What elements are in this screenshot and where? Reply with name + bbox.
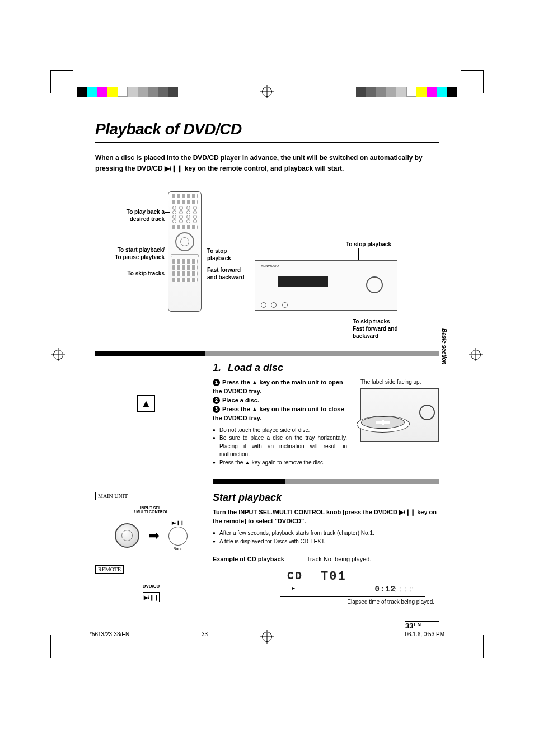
track-no-caption: Track No. being played.	[307, 556, 372, 562]
step-badge-3: 3	[213, 406, 220, 413]
side-tab: Basic section	[441, 328, 447, 364]
dvdcd-button-icon: ▶/❙❙	[143, 592, 160, 602]
input-sel-knob-icon	[115, 523, 139, 548]
sec1-step1: 1Press the ▲ key on the main unit to ope…	[213, 378, 347, 396]
page-title: Playback of DVD/CD	[95, 120, 439, 138]
sec1-num: 1.	[213, 362, 221, 374]
sec2-left-column: MAIN UNIT INPUT SEL. / MULTI CONTROL ➡ ▶…	[95, 492, 207, 602]
label-side-up: The label side facing up.	[360, 379, 439, 385]
label-skip-ff-unit: To skip tracks Fast forward and backward	[353, 318, 398, 340]
play-pause-small: ▶/❙❙	[168, 520, 188, 525]
intro-paragraph: When a disc is placed into the DVD/CD pl…	[95, 153, 439, 173]
display-cd: CD	[287, 570, 303, 583]
eject-key-icon: ▲	[137, 395, 155, 412]
label-playback-track: To play back a desired track	[103, 208, 165, 223]
step-badge-2: 2	[213, 397, 220, 404]
example-row: Example of CD playback Track No. being p…	[213, 556, 439, 562]
elapsed-caption: Elapsed time of track being played.	[213, 599, 434, 605]
sec1-step2: 2Place a disc.	[213, 396, 347, 405]
unit-with-tray-illustration	[360, 388, 439, 442]
registration-target-right	[471, 350, 481, 360]
display-vu: L ▪▪▪▪▪▪▪▪▪▪ ··· R ▪▪▪▪▪▪▪▪ ·····	[395, 587, 421, 593]
sec2-bullet2: A title is displayed for Discs with CD-T…	[213, 538, 439, 546]
registration-target-top	[262, 87, 272, 97]
title-rule	[95, 142, 439, 143]
display-play-icon: ▶	[292, 585, 295, 591]
footer-doc: *5613/23-38/EN	[90, 631, 202, 637]
label-stop-unit: To stop playback	[346, 241, 391, 248]
label-skip-tracks-remote: To skip tracks	[109, 270, 165, 277]
arrow-right-icon: ➡	[148, 528, 160, 543]
eject-glyph: ▲	[252, 379, 258, 386]
page-content: Playback of DVD/CD When a disc is placed…	[95, 120, 439, 630]
sec1-bullet2: Be sure to place a disc on the tray hori…	[213, 434, 347, 459]
section-rule-1	[95, 351, 439, 356]
sec1-right-illustration: The label side facing up.	[360, 379, 439, 442]
step-badge-1: 1	[213, 379, 220, 386]
display-time: 0:12	[374, 585, 396, 594]
section-load-disc: 1. Load a disc 1Press the ▲ key on the m…	[213, 362, 439, 467]
registration-target-left	[53, 350, 63, 360]
sec2-right-column: Start playback Turn the INPUT SEL./MULTI…	[213, 492, 439, 605]
label-stop-remote: To stop playback	[207, 247, 231, 262]
remote-illustration	[168, 191, 202, 312]
dvdcd-caption: DVD/CD	[95, 584, 207, 589]
sec1-step3: 3Press the ▲ key on the main unit to clo…	[213, 405, 347, 423]
band-caption: Band	[168, 547, 188, 551]
sec1-bullets: Do not touch the played side of disc. Be…	[213, 426, 347, 467]
sec1-bullet1: Do not touch the played side of disc.	[213, 426, 347, 435]
label-start-pause: To start playback/ To pause playback	[97, 246, 165, 261]
sec1-bullet3: Press the ▲ key again to remove the disc…	[213, 459, 347, 467]
main-unit-tag: MAIN UNIT	[95, 492, 130, 500]
knob-caption: INPUT SEL. / MULTI CONTROL	[95, 506, 207, 514]
example-label: Example of CD playback	[213, 556, 284, 562]
play-pause-glyph: ▶/❙❙	[165, 165, 182, 172]
display-track: T01	[321, 570, 346, 584]
main-unit-illustration: KENWOOD	[255, 260, 397, 311]
intro-line2b: key on the remote control, and playback …	[182, 165, 344, 172]
footer-meta: *5613/23-38/EN 33 06.1.6, 0:53 PM	[90, 631, 444, 637]
cd-display: CD T01 ▶ 0:12 L ▪▪▪▪▪▪▪▪▪▪ ··· R ▪▪▪▪▪▪▪…	[280, 566, 425, 597]
footer-page: 33	[202, 631, 291, 637]
registration-bar-right	[356, 87, 457, 97]
eject-glyph-2: ▲	[252, 406, 258, 412]
sec2-bullet1: After a few seconds, playback starts fro…	[213, 529, 439, 538]
intro-line1: When a disc is placed into the DVD/CD pl…	[95, 154, 423, 162]
overview-diagram: To play back a desired track To start pl…	[95, 185, 439, 347]
band-knob-icon	[168, 527, 188, 546]
section-rule-2	[213, 479, 439, 484]
knob-illustration: ➡ ▶/❙❙ Band	[95, 520, 207, 551]
footer-timestamp: 06.1.6, 0:53 PM	[405, 631, 444, 637]
sec2-instruction: Turn the INPUT SEL./MULTI CONTROL knob […	[213, 508, 439, 526]
sec1-title: Load a disc	[228, 362, 283, 374]
remote-tag: REMOTE	[95, 565, 124, 574]
section-start-playback: MAIN UNIT INPUT SEL. / MULTI CONTROL ➡ ▶…	[95, 492, 439, 605]
sec2-title: Start playback	[213, 492, 439, 504]
sec2-bullets: After a few seconds, playback starts fro…	[213, 529, 439, 546]
page-number: 33EN	[405, 620, 439, 630]
brand-label: KENWOOD	[261, 264, 279, 267]
intro-line2a: pressing the DVD/CD	[95, 165, 165, 172]
label-ff-rw-remote: Fast forward and backward	[207, 266, 245, 281]
registration-bar-left	[77, 87, 178, 97]
